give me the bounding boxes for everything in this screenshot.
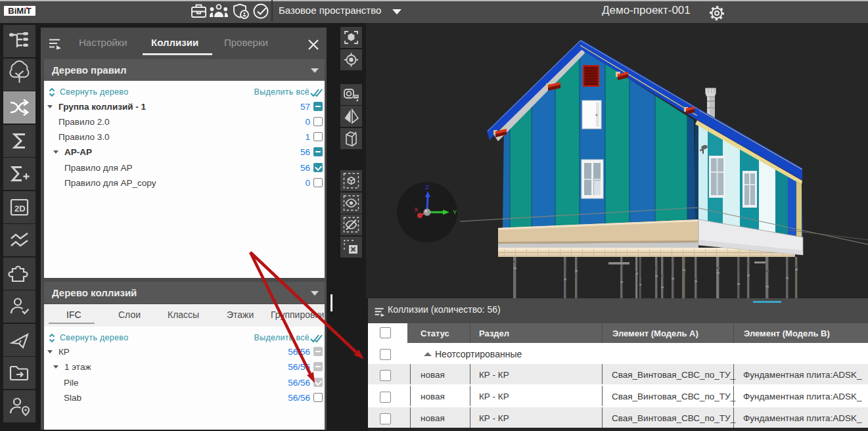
svg-text:Y: Y (453, 208, 457, 216)
svg-text:Z: Z (425, 183, 429, 191)
svg-text:2D: 2D (14, 204, 26, 214)
svg-text:X: X (414, 206, 419, 213)
